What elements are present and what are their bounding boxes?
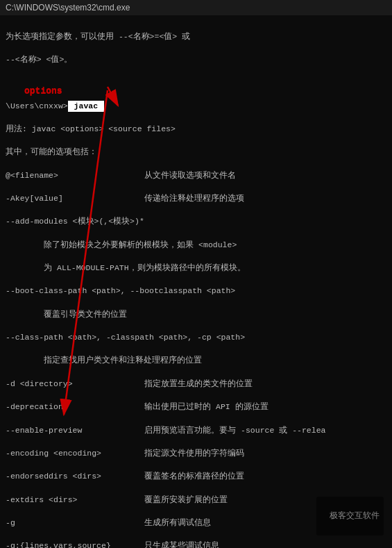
terminal-line-8: --add-modules <模块>(,<模块>)* [6, 217, 144, 226]
title-text: C:\WINDOWS\system32\cmd.exe [6, 3, 130, 13]
terminal-usage: 用法: javac <options> <source files> [6, 124, 176, 133]
svg-text:options: options [24, 86, 62, 97]
terminal-line-9: 除了初始模块之外要解析的根模块，如果 <module> [6, 240, 237, 249]
terminal-line-18: -encoding <encoding> 指定源文件使用的字符编码 [6, 449, 244, 458]
arrow-overlay: options options [0, 15, 392, 548]
terminal-window: 为长选项指定参数，可以使用 --<名称>=<值> 或 --<名称> <值>。 \… [0, 15, 392, 548]
terminal-line-6: @<filename> 从文件读取选项和文件名 [6, 171, 236, 180]
terminal-line-17: --enable-preview 启用预览语言功能。要与 -source 或 -… [6, 426, 325, 435]
terminal-line-5: 其中，可能的选项包括： [6, 147, 97, 156]
title-bar: C:\WINDOWS\system32\cmd.exe [0, 0, 392, 15]
terminal-line-14: 指定查找用户类文件和注释处理程序的位置 [6, 356, 202, 365]
terminal-line-22: -g:{lines,vars,source} 只生成某些调试信息 [6, 541, 219, 548]
terminal-line-11: --boot-class-path <path>, --bootclasspat… [6, 286, 235, 295]
svg-text:options: options [24, 85, 62, 96]
javac-highlight: javac [68, 101, 104, 113]
terminal-line-20: -extdirs <dirs> 覆盖所安装扩展的位置 [6, 495, 228, 504]
svg-line-5 [64, 90, 108, 415]
terminal-line-16: -deprecation 输出使用已过时的 API 的源位置 [6, 402, 269, 411]
svg-line-0 [108, 87, 118, 106]
terminal-line-1: 为长选项指定参数，可以使用 --<名称>=<值> 或 [6, 32, 190, 41]
terminal-line-15: -d <directory> 指定放置生成的类文件的位置 [6, 379, 253, 388]
terminal-line-10: 为 ALL-MODULE-PATH，则为模块路径中的所有模块。 [6, 263, 246, 272]
terminal-line-13: --class-path <path>, -classpath <path>, … [6, 333, 245, 342]
terminal-prompt: \Users\cnxxw> javac [6, 101, 104, 110]
terminal-line-7: -Akey[value] 传递给注释处理程序的选项 [6, 194, 244, 203]
terminal-line-19: -endorseddirs <dirs> 覆盖签名的标准路径的位置 [6, 472, 244, 481]
terminal-line-12: 覆盖引导类文件的位置 [6, 310, 127, 319]
svg-rect-1 [21, 81, 111, 95]
terminal-line-2: --<名称> <值>。 [6, 55, 72, 64]
terminal-line-21: -g 生成所有调试信息 [6, 518, 211, 527]
watermark: 极客交互软件 [316, 497, 384, 535]
